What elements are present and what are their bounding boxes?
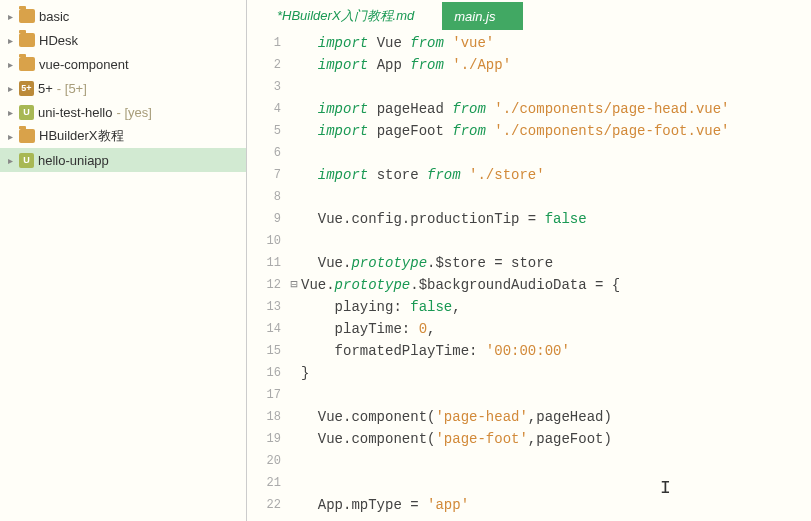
line-number: 11 (247, 252, 281, 274)
tree-item-label: vue-component (39, 57, 129, 72)
line-number: 17 (247, 384, 281, 406)
line-number: 8 (247, 186, 281, 208)
line-number: 5 (247, 120, 281, 142)
tree-item-label: uni-test-hello (38, 105, 112, 120)
tree-item-vue-component[interactable]: ▸vue-component (0, 52, 246, 76)
code-line[interactable] (301, 384, 811, 406)
tree-item-HBuilderX教程[interactable]: ▸HBuilderX教程 (0, 124, 246, 148)
fold-spacer (287, 120, 301, 142)
code-line[interactable]: import pageHead from './components/page-… (301, 98, 811, 120)
code-line[interactable]: } (301, 362, 811, 384)
fold-toggle-icon[interactable]: ⊟ (287, 274, 301, 296)
code-line[interactable] (301, 186, 811, 208)
fold-spacer (287, 362, 301, 384)
fold-spacer (287, 252, 301, 274)
line-number: 20 (247, 450, 281, 472)
file-explorer-sidebar[interactable]: ▸basic▸HDesk▸vue-component▸5+5+ - [5+]▸U… (0, 0, 247, 521)
code-line[interactable] (301, 516, 811, 521)
chevron-right-icon[interactable]: ▸ (5, 131, 15, 141)
code-line[interactable] (301, 142, 811, 164)
tree-item-suffix: - [5+] (57, 81, 87, 96)
tree-item-basic[interactable]: ▸basic (0, 4, 246, 28)
code-line[interactable]: import App from './App' (301, 54, 811, 76)
line-number: 12 (247, 274, 281, 296)
code-line[interactable] (301, 76, 811, 98)
fold-spacer (287, 98, 301, 120)
fold-spacer (287, 230, 301, 252)
fold-spacer (287, 428, 301, 450)
fold-spacer (287, 164, 301, 186)
fold-spacer (287, 76, 301, 98)
code-line[interactable]: App.mpType = 'app' (301, 494, 811, 516)
code-line[interactable]: Vue.config.productionTip = false (301, 208, 811, 230)
line-number: 10 (247, 230, 281, 252)
tree-item-label: HBuilderX教程 (39, 127, 124, 145)
editor-pane: *HBuilderX入门教程.mdmain.js 123456789101112… (247, 0, 811, 521)
code-line[interactable]: import store from './store' (301, 164, 811, 186)
line-number: 4 (247, 98, 281, 120)
line-number: 18 (247, 406, 281, 428)
fold-column[interactable]: ⊟ (287, 32, 301, 521)
chevron-right-icon[interactable]: ▸ (5, 35, 15, 45)
fold-spacer (287, 472, 301, 494)
chevron-right-icon[interactable]: ▸ (5, 107, 15, 117)
line-number: 13 (247, 296, 281, 318)
line-number: 9 (247, 208, 281, 230)
fold-spacer (287, 494, 301, 516)
fold-spacer (287, 142, 301, 164)
line-number: 3 (247, 76, 281, 98)
chevron-right-icon[interactable]: ▸ (5, 59, 15, 69)
code-line[interactable]: import pageFoot from './components/page-… (301, 120, 811, 142)
fold-spacer (287, 340, 301, 362)
code-line[interactable]: Vue.prototype.$store = store (301, 252, 811, 274)
code-line[interactable]: Vue.component('page-head',pageHead) (301, 406, 811, 428)
tree-item-HDesk[interactable]: ▸HDesk (0, 28, 246, 52)
line-number: 1 (247, 32, 281, 54)
code-line[interactable] (301, 472, 811, 494)
tree-item-label: basic (39, 9, 69, 24)
code-line[interactable]: playTime: 0, (301, 318, 811, 340)
code-line[interactable]: Vue.component('page-foot',pageFoot) (301, 428, 811, 450)
tree-item-label: HDesk (39, 33, 78, 48)
code-line[interactable] (301, 450, 811, 472)
fold-spacer (287, 208, 301, 230)
line-number: 21 (247, 472, 281, 494)
five-plus-icon: 5+ (19, 81, 34, 96)
uni-app-icon: U (19, 105, 34, 120)
fold-spacer (287, 318, 301, 340)
fold-spacer (287, 450, 301, 472)
chevron-right-icon[interactable]: ▸ (5, 11, 15, 21)
tree-item-hello-uniapp[interactable]: ▸Uhello-uniapp (0, 148, 246, 172)
folder-icon (19, 57, 35, 71)
fold-spacer (287, 384, 301, 406)
uni-app-icon: U (19, 153, 34, 168)
code-area[interactable]: 1234567891011121314151617181920212223 ⊟ … (247, 30, 811, 521)
tree-item-5+[interactable]: ▸5+5+ - [5+] (0, 76, 246, 100)
tree-item-suffix: - [yes] (116, 105, 151, 120)
tab-*HBuilderX入门教程.md[interactable]: *HBuilderX入门教程.md (265, 2, 442, 30)
code-line[interactable]: playing: false, (301, 296, 811, 318)
fold-spacer (287, 32, 301, 54)
code-line[interactable]: formatedPlayTime: '00:00:00' (301, 340, 811, 362)
code-line[interactable] (301, 230, 811, 252)
tree-item-uni-test-hello[interactable]: ▸Uuni-test-hello - [yes] (0, 100, 246, 124)
code-line[interactable]: import Vue from 'vue' (301, 32, 811, 54)
line-number: 23 (247, 516, 281, 521)
line-number: 14 (247, 318, 281, 340)
code-line[interactable]: Vue.prototype.$backgroundAudioData = { (301, 274, 811, 296)
line-number: 2 (247, 54, 281, 76)
tab-bar: *HBuilderX入门教程.mdmain.js (247, 0, 811, 30)
tree-item-label: hello-uniapp (38, 153, 109, 168)
line-number: 7 (247, 164, 281, 186)
line-number: 15 (247, 340, 281, 362)
code-content[interactable]: import Vue from 'vue' import App from '.… (301, 32, 811, 521)
fold-spacer (287, 296, 301, 318)
fold-spacer (287, 54, 301, 76)
folder-icon (19, 33, 35, 47)
chevron-right-icon[interactable]: ▸ (5, 155, 15, 165)
line-number: 16 (247, 362, 281, 384)
chevron-right-icon[interactable]: ▸ (5, 83, 15, 93)
folder-icon (19, 9, 35, 23)
fold-spacer (287, 406, 301, 428)
tab-main.js[interactable]: main.js (442, 2, 523, 30)
